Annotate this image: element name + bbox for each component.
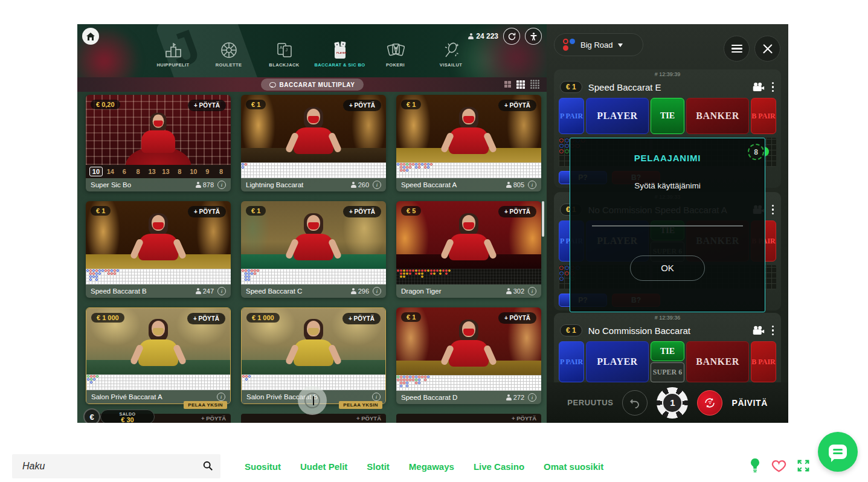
bead-road xyxy=(86,374,230,390)
game-tile-speed-baccarat-c[interactable]: € 1 + PÖYTÄ Speed Baccarat C 296 i xyxy=(241,201,386,298)
svg-text:J: J xyxy=(285,48,288,52)
bet-spot-p-pair[interactable]: P PAIR xyxy=(559,98,584,134)
favorites-heart-icon[interactable] xyxy=(771,459,786,473)
ok-button[interactable]: OK xyxy=(630,255,705,281)
grid-view-medium-icon[interactable] xyxy=(516,80,525,89)
info-icon[interactable]: i xyxy=(372,393,381,401)
bead-road xyxy=(396,375,541,391)
bet-spot-tie[interactable]: TIE xyxy=(651,98,684,134)
add-table-button[interactable]: + PÖYTÄ xyxy=(498,206,536,217)
info-icon[interactable]: i xyxy=(217,181,226,189)
add-table-button[interactable]: + PÖYTÄ xyxy=(498,100,536,111)
info-icon[interactable]: i xyxy=(373,287,381,295)
camera-icon[interactable] xyxy=(752,82,765,92)
close-button[interactable] xyxy=(754,36,780,62)
sicbo-result: 6 xyxy=(118,168,130,175)
bet-spot-player[interactable]: PLAYER xyxy=(586,98,649,134)
bet-spot-b-pair[interactable]: B PAIR xyxy=(751,341,776,382)
tab-blackjack[interactable]: AJ BLACKJACK xyxy=(263,41,306,68)
road-type-dropdown[interactable]: Big Road xyxy=(554,33,643,56)
min-bet-badge: € 1 xyxy=(560,324,582,336)
bet-spot-player[interactable]: PLAYER xyxy=(586,341,649,382)
bead-road xyxy=(241,269,386,284)
tile-footer: Speed Baccarat B 247 i xyxy=(86,284,231,298)
casino-frame: J 24 223 HUI xyxy=(77,24,788,423)
partial-tile[interactable]: + PÖYTÄ xyxy=(241,414,386,423)
bead-road xyxy=(241,162,386,178)
baccarat-multiplay-button[interactable]: BACCARAT MULTIPLAY xyxy=(260,79,363,91)
search-input[interactable] xyxy=(12,454,220,478)
camera-icon[interactable] xyxy=(752,326,765,335)
info-icon[interactable]: i xyxy=(528,181,536,189)
table-menu-icon[interactable] xyxy=(771,81,776,94)
table-menu-icon[interactable] xyxy=(771,204,776,216)
chip-selector[interactable]: 1 xyxy=(657,387,688,419)
info-icon[interactable]: i xyxy=(217,287,226,295)
bet-spot-p-pair[interactable]: P PAIR xyxy=(559,341,584,382)
bet-spot-b-pair[interactable]: B PAIR xyxy=(751,98,776,134)
bet-spot-tie[interactable]: TIE xyxy=(651,341,684,361)
tab-baccarat-sicbo[interactable]: PLAYER BACCARAT & SIC BO xyxy=(318,41,362,68)
partial-tile[interactable]: + PÖYTÄ xyxy=(396,414,541,423)
add-table-button[interactable]: + PÖYTÄ xyxy=(343,206,381,217)
game-tile-speed-baccarat-d[interactable]: € 1 + PÖYTÄ Speed Baccarat D 272 i xyxy=(396,307,541,404)
game-name: Super Sic Bo xyxy=(91,181,192,188)
game-name: Lightning Baccarat xyxy=(246,181,347,188)
game-lobby: J 24 223 HUI xyxy=(77,24,547,423)
nav-megaways[interactable]: Megaways xyxy=(409,461,454,472)
lobby-scrollbar[interactable] xyxy=(542,201,544,237)
chat-fab-button[interactable] xyxy=(818,432,858,472)
add-table-button[interactable]: + PÖYTÄ xyxy=(187,313,225,324)
online-player-count: 24 223 xyxy=(468,32,498,40)
bet-spot-banker[interactable]: BANKER xyxy=(686,341,749,382)
dealer-figure xyxy=(132,213,184,260)
table-title: No Commission Baccarat xyxy=(588,326,746,336)
person-icon xyxy=(196,288,201,294)
info-icon[interactable]: i xyxy=(373,181,381,189)
table-menu-icon[interactable] xyxy=(771,324,776,337)
nav-uudet-pelit[interactable]: Uudet Pelit xyxy=(300,461,347,472)
menu-button[interactable] xyxy=(724,36,750,62)
game-tile-salon-prive-baccarat-a[interactable]: € 1 000 + PÖYTÄ Salon Privé Baccarat A i… xyxy=(86,307,231,404)
person-icon xyxy=(506,394,512,400)
nav-omat-suosikit[interactable]: Omat suosikit xyxy=(544,461,603,472)
bet-spot-banker[interactable]: BANKER xyxy=(686,98,749,134)
nav-slotit[interactable]: Slotit xyxy=(367,461,390,472)
game-name: Speed Baccarat A xyxy=(401,181,503,188)
add-table-button[interactable]: + PÖYTÄ xyxy=(188,100,226,111)
svg-text:PLAYER: PLAYER xyxy=(336,51,347,54)
username-input[interactable] xyxy=(592,225,743,227)
tab-visailut[interactable]: VISAILUT xyxy=(429,41,473,68)
bet-spot-super6[interactable]: SUPER 6 xyxy=(651,362,684,382)
game-tile-speed-baccarat-a[interactable]: € 1 + PÖYTÄ Speed Baccarat A 805 i xyxy=(396,95,541,191)
currency-button[interactable]: € xyxy=(83,408,100,423)
rebet-button[interactable] xyxy=(697,390,722,416)
info-icon[interactable]: i xyxy=(528,393,536,402)
game-tile-lightning-baccarat[interactable]: € 1 + PÖYTÄ Lightning Baccarat 260 i xyxy=(241,95,386,191)
add-table-button[interactable]: + PÖYTÄ xyxy=(342,313,381,324)
game-tile-super-sic-bo[interactable]: € 0,20 + PÖYTÄ 101468131381098 Super Sic… xyxy=(86,95,231,191)
tab-pokeri[interactable]: POKERI xyxy=(374,41,417,68)
tile-footer: Speed Baccarat D 272 i xyxy=(396,391,541,404)
add-table-button[interactable]: + PÖYTÄ xyxy=(343,100,381,111)
nav-suositut[interactable]: Suositut xyxy=(245,461,281,472)
grid-view-small-icon[interactable] xyxy=(504,81,511,88)
add-table-button[interactable]: + PÖYTÄ xyxy=(188,206,226,217)
fullscreen-icon[interactable] xyxy=(797,459,810,472)
balance-value: € 30 xyxy=(101,417,154,423)
search-icon[interactable] xyxy=(202,460,213,474)
info-icon[interactable]: i xyxy=(528,287,536,295)
game-tile-speed-baccarat-b[interactable]: € 1 + PÖYTÄ Speed Baccarat B 247 i xyxy=(86,201,231,298)
info-icon[interactable]: i xyxy=(217,393,225,401)
undo-button[interactable] xyxy=(622,390,648,416)
grid-view-large-icon[interactable] xyxy=(530,80,539,89)
tab-huippupelit[interactable]: HUIPPUPELIT xyxy=(152,41,195,68)
play-alone-badge: PELAA YKSIN xyxy=(184,401,227,409)
tab-roulette[interactable]: ROULETTE xyxy=(207,41,251,68)
sicbo-result: 14 xyxy=(104,168,117,175)
game-tile-dragon-tiger[interactable]: € 5 + PÖYTÄ Dragon Tiger 302 i xyxy=(396,201,541,298)
balance-label: SALDO xyxy=(101,412,154,416)
add-table-button[interactable]: + PÖYTÄ xyxy=(498,312,536,324)
lightbulb-icon[interactable] xyxy=(749,458,761,474)
nav-live-casino[interactable]: Live Casino xyxy=(474,461,524,472)
